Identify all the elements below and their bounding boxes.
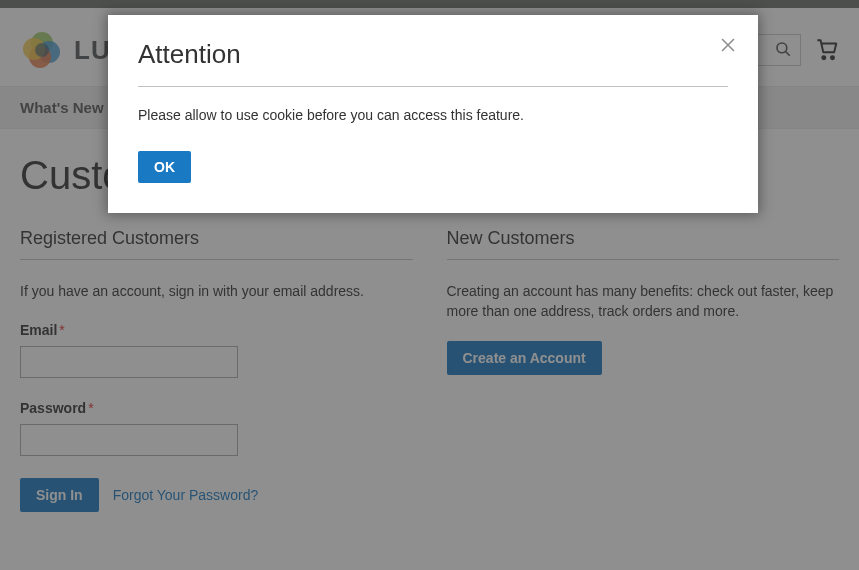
modal-title: Attention xyxy=(138,39,728,87)
close-icon xyxy=(720,41,736,56)
modal-body-text: Please allow to use cookie before you ca… xyxy=(138,107,728,123)
modal-close-button[interactable] xyxy=(716,33,740,60)
modal-dialog: Attention Please allow to use cookie bef… xyxy=(108,15,758,213)
modal-ok-button[interactable]: OK xyxy=(138,151,191,183)
